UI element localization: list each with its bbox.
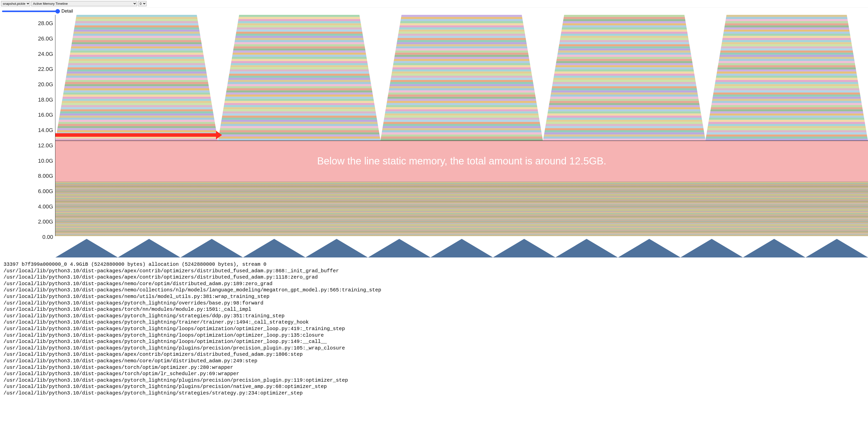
file-select[interactable]: snapshot.pickle — [1, 1, 30, 6]
svg-marker-213 — [555, 69, 694, 71]
svg-marker-223 — [558, 48, 690, 50]
y-tick-label: 20.0G — [38, 81, 53, 88]
svg-marker-127 — [383, 124, 540, 126]
svg-marker-279 — [719, 57, 854, 59]
svg-marker-234 — [562, 25, 686, 27]
minimap-cycle[interactable] — [243, 237, 305, 258]
view-select[interactable]: Active Memory Timeline — [31, 1, 137, 6]
svg-marker-201 — [550, 95, 698, 97]
allocation-cycle[interactable] — [380, 15, 543, 141]
annotation-arrow-icon — [55, 133, 217, 137]
svg-marker-156 — [393, 63, 530, 65]
minimap-cycle[interactable] — [118, 237, 180, 258]
svg-marker-191 — [547, 116, 702, 118]
minimap-cycle[interactable] — [743, 237, 805, 258]
svg-marker-308 — [555, 239, 618, 258]
svg-marker-244 — [707, 130, 867, 132]
minimap-cycle[interactable] — [181, 237, 243, 258]
stack-trace-panel[interactable]: 33397 b7f399a000000_0 4.9GiB (5242880000… — [0, 258, 868, 399]
y-tick-label: 18.0G — [38, 97, 53, 103]
minimap-cycle[interactable] — [618, 237, 680, 258]
svg-marker-17 — [61, 103, 212, 105]
svg-marker-188 — [546, 122, 703, 124]
minimap-cycle[interactable] — [305, 237, 368, 258]
svg-marker-20 — [62, 97, 211, 99]
svg-marker-123 — [381, 132, 542, 134]
svg-marker-146 — [390, 84, 534, 86]
svg-marker-83 — [226, 90, 372, 92]
svg-marker-268 — [715, 80, 858, 82]
detail-slider-row: Detail — [0, 7, 868, 15]
svg-marker-295 — [725, 23, 848, 25]
svg-marker-53 — [74, 27, 199, 29]
svg-marker-121 — [381, 137, 543, 139]
allocation-cycle[interactable] — [705, 15, 868, 141]
svg-marker-1 — [56, 137, 217, 139]
y-tick-label: 2.00G — [38, 218, 53, 225]
svg-marker-310 — [680, 239, 743, 258]
svg-marker-86 — [227, 84, 371, 86]
svg-marker-35 — [68, 65, 206, 67]
svg-marker-106 — [234, 42, 364, 44]
svg-marker-113 — [237, 27, 362, 29]
svg-marker-157 — [394, 61, 530, 63]
svg-marker-88 — [228, 80, 371, 82]
svg-marker-257 — [711, 103, 862, 105]
svg-marker-304 — [305, 239, 368, 258]
overview-minimap[interactable] — [0, 238, 868, 258]
svg-marker-256 — [711, 105, 863, 107]
svg-marker-204 — [551, 88, 697, 90]
minimap-cycle[interactable] — [555, 237, 618, 258]
svg-marker-122 — [381, 135, 542, 137]
svg-marker-205 — [552, 86, 697, 88]
svg-marker-151 — [392, 74, 532, 76]
svg-marker-187 — [546, 124, 703, 126]
svg-marker-217 — [556, 61, 692, 63]
svg-marker-260 — [712, 97, 861, 99]
svg-marker-71 — [222, 116, 377, 118]
minimap-cycle[interactable] — [680, 237, 743, 258]
svg-marker-269 — [716, 78, 858, 80]
svg-marker-148 — [390, 80, 533, 82]
detail-slider[interactable] — [2, 10, 60, 12]
plot-area[interactable]: Below the line static memory, the total … — [55, 15, 868, 236]
svg-marker-271 — [716, 74, 857, 76]
stream-select[interactable]: 0 — [138, 1, 147, 6]
minimap-cycle[interactable] — [431, 237, 493, 258]
svg-marker-170 — [398, 34, 525, 36]
svg-marker-238 — [563, 17, 685, 19]
svg-marker-34 — [67, 67, 206, 69]
svg-marker-301 — [118, 239, 180, 258]
toolbar: snapshot.pickle Active Memory Timeline 0 — [0, 0, 868, 7]
memory-timeline-chart[interactable]: 0.002.00G4.00G6.00G8.00G10.0G12.0G14.0G1… — [0, 15, 868, 236]
svg-marker-215 — [555, 65, 693, 67]
minimap-cycle[interactable] — [493, 237, 555, 258]
y-tick-label: 26.0G — [38, 35, 53, 42]
svg-marker-176 — [400, 21, 523, 23]
svg-marker-99 — [231, 57, 367, 59]
svg-marker-72 — [222, 113, 376, 115]
svg-marker-27 — [65, 82, 209, 84]
annotation-band: Below the line static memory, the total … — [55, 141, 868, 181]
minimap-cycle[interactable] — [368, 237, 431, 258]
minimap-cycle[interactable] — [55, 237, 118, 258]
svg-marker-198 — [549, 101, 699, 103]
allocation-peaks[interactable] — [55, 15, 868, 141]
svg-marker-75 — [223, 107, 375, 109]
allocation-cycle[interactable] — [218, 15, 381, 141]
svg-marker-311 — [743, 239, 805, 258]
svg-marker-152 — [392, 71, 532, 73]
svg-marker-124 — [382, 130, 541, 132]
svg-marker-261 — [713, 95, 861, 97]
svg-marker-41 — [70, 53, 204, 55]
svg-marker-161 — [395, 53, 529, 55]
svg-marker-28 — [65, 80, 208, 82]
svg-marker-29 — [66, 78, 208, 80]
svg-marker-82 — [225, 93, 373, 95]
svg-marker-274 — [717, 67, 856, 69]
svg-marker-282 — [720, 50, 853, 53]
minimap-cycle[interactable] — [806, 237, 868, 258]
svg-marker-216 — [556, 63, 693, 65]
allocation-cycle[interactable] — [543, 15, 706, 141]
allocation-cycle[interactable] — [55, 15, 218, 141]
